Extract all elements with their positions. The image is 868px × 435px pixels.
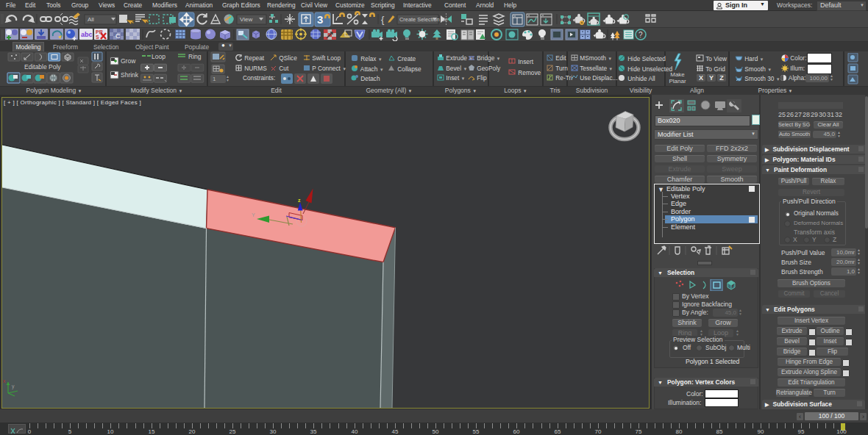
svg-text:{: { (381, 14, 385, 25)
svg-text:View: View (240, 16, 252, 23)
svg-text:Y: Y (252, 212, 255, 218)
svg-text:abc: abc (81, 31, 93, 38)
svg-text:Shrink: Shrink (121, 71, 139, 79)
svg-text:Grow: Grow (121, 57, 136, 65)
svg-text:All: All (88, 16, 94, 23)
svg-text:Editable Poly: Editable Poly (24, 63, 61, 71)
svg-text:?: ? (638, 31, 643, 39)
svg-text:[ + ] [ Orthographic ] [ Stand: [ + ] [ Orthographic ] [ Standard ] [ Ed… (4, 99, 141, 106)
svg-text:Create Selection Se: Create Selection Se (399, 16, 448, 23)
svg-text:S: S (96, 35, 99, 40)
svg-text:z: z (298, 198, 301, 203)
svg-text:Loop: Loop (152, 53, 166, 60)
svg-text:x: x (3, 378, 6, 384)
svg-text:C: C (115, 32, 121, 40)
svg-text:y: y (12, 384, 15, 389)
svg-text:Ring: Ring (188, 53, 202, 60)
svg-text:3: 3 (317, 13, 323, 26)
